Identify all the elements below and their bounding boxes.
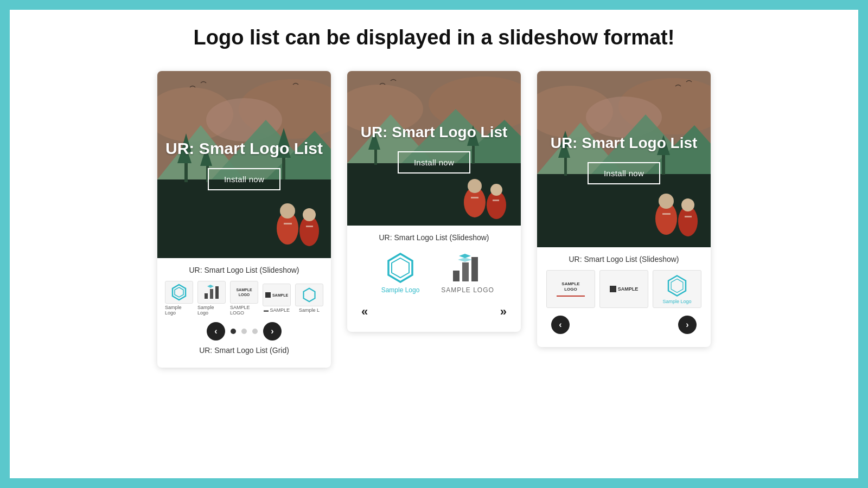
card-left-pagination: ‹ ›	[207, 322, 282, 341]
logo-label: SAMPLE LOGO	[441, 286, 494, 294]
dot-1[interactable]	[231, 329, 236, 334]
card-center-nav: « »	[356, 305, 512, 324]
card-right-install-btn[interactable]: Install now	[588, 162, 660, 184]
card-right-nav: ‹ ›	[546, 316, 702, 339]
card-center: UR: Smart Logo List Install now UR: Smar…	[347, 71, 521, 332]
list-item: Sample Logo	[653, 270, 701, 308]
logo-box	[165, 281, 193, 304]
list-item: Sample L	[295, 284, 323, 313]
logo-label: Sample Logo	[662, 299, 691, 304]
logo-label: Sample L	[299, 307, 320, 313]
logo-label: Sample Logo	[165, 305, 193, 316]
card-left-title: UR: Smart Logo List	[165, 139, 323, 158]
svg-rect-49	[462, 262, 469, 281]
svg-marker-47	[392, 258, 409, 278]
card-left-subtitle: UR: Smart Logo List (Slideshow)	[189, 266, 299, 274]
svg-marker-52	[458, 258, 472, 262]
page-title: Logo list can be displayed in a slidesho…	[194, 26, 675, 49]
cards-row: UR: Smart Logo List Install now UR: Smar…	[31, 71, 837, 368]
card-right: UR: Smart Logo List Install now UR: Smar…	[537, 71, 711, 347]
logo-box: SAMPLELOGO	[230, 281, 258, 304]
card-center-title: UR: Smart Logo List	[361, 123, 508, 142]
card-left-install-btn[interactable]: Install now	[208, 168, 280, 190]
svg-rect-26	[215, 286, 219, 299]
card-left-body: UR: Smart Logo List (Slideshow) Sample L…	[157, 258, 331, 368]
logo-label: Sample Logo	[197, 305, 226, 316]
svg-marker-73	[671, 279, 683, 292]
card-right-prev-btn[interactable]: ‹	[551, 316, 570, 334]
card-center-logos: Sample Logo SAMPLE LOGO	[371, 248, 497, 297]
list-item: SAMPLE LOGO	[438, 248, 497, 297]
logo-box	[197, 281, 226, 304]
logo-label: Sample Logo	[381, 286, 420, 294]
list-item: SAMPLE	[599, 270, 648, 308]
right-bar	[858, 0, 868, 488]
list-item: SAMPLELOGO	[546, 270, 595, 308]
svg-marker-51	[459, 254, 471, 258]
svg-marker-27	[207, 285, 214, 288]
card-right-logos: SAMPLELOGO SAMPLE	[546, 270, 701, 308]
svg-marker-23	[175, 287, 183, 297]
logo-label: SAMPLE LOGO	[230, 305, 258, 316]
list-item: SAMPLE ▬ SAMPLE	[263, 284, 291, 313]
card-center-subtitle: UR: Smart Logo List (Slideshow)	[379, 233, 489, 242]
dot-2[interactable]	[241, 329, 247, 334]
card-left-footer: UR: Smart Logo List (Grid)	[199, 346, 289, 360]
prev-arrow-btn[interactable]: ‹	[207, 322, 225, 341]
card-center-hero: UR: Smart Logo List Install now	[347, 71, 521, 226]
main-content: Logo list can be displayed in a slidesho…	[10, 10, 858, 478]
logo-label: ▬ SAMPLE	[264, 307, 290, 313]
logo-box: SAMPLE	[263, 284, 291, 306]
dot-3[interactable]	[252, 329, 258, 334]
prev-double-arrow-btn[interactable]: «	[361, 305, 368, 319]
svg-rect-25	[210, 289, 213, 299]
card-center-overlay: UR: Smart Logo List Install now	[347, 71, 521, 226]
card-right-subtitle: UR: Smart Logo List (Slideshow)	[569, 255, 679, 264]
list-item: Sample Logo	[197, 281, 226, 316]
logo-box	[295, 284, 323, 306]
list-item: Sample Logo	[165, 281, 193, 316]
svg-rect-48	[453, 271, 459, 281]
card-right-hero: UR: Smart Logo List Install now	[537, 71, 711, 247]
card-center-install-btn[interactable]: Install now	[398, 151, 470, 174]
card-right-body: UR: Smart Logo List (Slideshow) SAMPLELO…	[537, 247, 711, 347]
list-item: Sample Logo	[371, 248, 430, 297]
svg-marker-28	[304, 288, 315, 302]
top-bar	[0, 0, 868, 10]
svg-rect-24	[205, 293, 208, 299]
next-arrow-btn[interactable]: ›	[263, 322, 282, 341]
card-center-body: UR: Smart Logo List (Slideshow) Sample L…	[347, 226, 521, 332]
list-item: SAMPLELOGO SAMPLE LOGO	[230, 281, 258, 316]
next-double-arrow-btn[interactable]: »	[500, 305, 507, 319]
svg-rect-50	[471, 257, 478, 281]
card-left-hero: UR: Smart Logo List Install now	[157, 71, 331, 258]
card-right-overlay: UR: Smart Logo List Install now	[537, 71, 711, 247]
left-bar	[0, 0, 10, 488]
card-right-next-btn[interactable]: ›	[678, 316, 697, 334]
card-left: UR: Smart Logo List Install now UR: Smar…	[157, 71, 331, 368]
card-left-logo-strip: Sample Logo Sample Logo	[165, 281, 323, 316]
card-right-title: UR: Smart Logo List	[551, 134, 698, 152]
card-left-overlay: UR: Smart Logo List Install now	[157, 71, 331, 258]
bottom-bar	[0, 478, 868, 488]
